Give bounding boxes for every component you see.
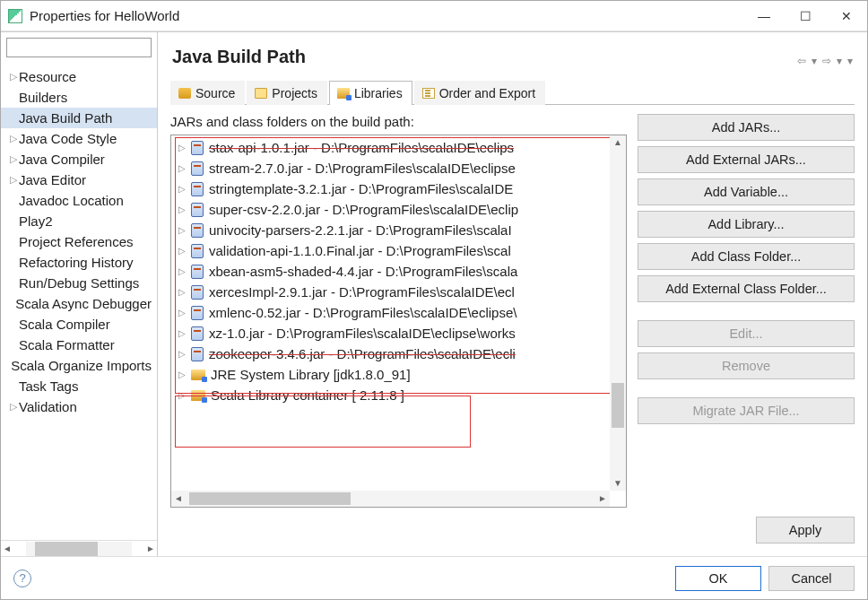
page-nav-arrows[interactable]: ⇦▾⇨▾▾ bbox=[795, 55, 855, 67]
jar-vscroll[interactable]: ▲▼ bbox=[610, 135, 626, 491]
ok-button[interactable]: OK bbox=[675, 566, 761, 591]
jar-item[interactable]: ▷xbean-asm5-shaded-4.4.jar - D:\ProgramF… bbox=[171, 261, 610, 282]
order-icon bbox=[422, 88, 435, 99]
jar-icon bbox=[191, 182, 204, 196]
jar-icon bbox=[191, 141, 204, 155]
tab[interactable]: Projects bbox=[247, 81, 327, 105]
sidebar-item[interactable]: Task Tags bbox=[1, 376, 157, 396]
jar-item[interactable]: ▷validation-api-1.1.0.Final.jar - D:\Pro… bbox=[171, 240, 610, 261]
sidebar-item[interactable]: ▷Java Compiler bbox=[1, 149, 157, 170]
add-class-folder-button[interactable]: Add Class Folder... bbox=[638, 243, 855, 270]
sidebar-item-label: Project References bbox=[19, 234, 134, 249]
app-icon bbox=[8, 9, 22, 23]
sidebar-item-label: Validation bbox=[19, 399, 77, 414]
jar-item[interactable]: ▷JRE System Library [jdk1.8.0_91] bbox=[171, 364, 610, 385]
tab-label: Projects bbox=[272, 86, 317, 100]
tab[interactable]: Source bbox=[170, 81, 245, 105]
jar-item[interactable]: ▷stream-2.7.0.jar - D:\ProgramFiles\scal… bbox=[171, 158, 610, 178]
sidebar-item[interactable]: ▷Java Editor bbox=[1, 170, 157, 190]
jar-item[interactable]: ▷univocity-parsers-2.2.1.jar - D:\Progra… bbox=[171, 220, 610, 240]
jar-item-label: xz-1.0.jar - D:\ProgramFiles\scalaIDE\ec… bbox=[209, 326, 516, 341]
sidebar-item[interactable]: Scala Organize Imports bbox=[1, 355, 157, 376]
sidebar-item[interactable]: Java Build Path bbox=[1, 108, 157, 128]
help-icon[interactable]: ? bbox=[13, 570, 31, 587]
tab-label: Order and Export bbox=[439, 86, 535, 100]
sidebar-item[interactable]: ▷Java Code Style bbox=[1, 128, 157, 149]
sidebar-item[interactable]: Project References bbox=[1, 231, 157, 252]
library-icon bbox=[191, 390, 205, 401]
list-label: JARs and class folders on the build path… bbox=[170, 114, 627, 129]
add-external-jars-button[interactable]: Add External JARs... bbox=[638, 146, 855, 173]
sidebar-item-label: Builders bbox=[19, 90, 67, 105]
jar-item[interactable]: ▷stax-api-1.0.1.jar - D:\ProgramFiles\sc… bbox=[171, 137, 610, 158]
page-title: Java Build Path bbox=[172, 47, 795, 67]
jar-icon bbox=[191, 203, 204, 217]
jar-hscroll[interactable]: ◄► bbox=[171, 491, 610, 507]
window-title: Properties for HelloWorld bbox=[30, 8, 179, 23]
remove-button[interactable]: Remove bbox=[638, 352, 855, 379]
jar-icon bbox=[191, 244, 204, 258]
sidebar-item[interactable]: Scala Compiler bbox=[1, 314, 157, 335]
jar-item-label: Scala Library container [ 2.11.8 ] bbox=[211, 387, 404, 403]
add-variable-button[interactable]: Add Variable... bbox=[638, 178, 855, 205]
tab[interactable]: Libraries bbox=[329, 81, 412, 105]
sidebar-item[interactable]: Play2 bbox=[1, 211, 157, 231]
sidebar-item-label: Resource bbox=[19, 69, 76, 84]
sidebar-item[interactable]: ▷Validation bbox=[1, 396, 157, 417]
edit-button[interactable]: Edit... bbox=[638, 320, 855, 347]
sidebar-item[interactable]: Scala Async Debugger bbox=[1, 293, 157, 314]
sidebar-item-label: Play2 bbox=[19, 213, 53, 229]
add-library-button[interactable]: Add Library... bbox=[638, 211, 855, 238]
sidebar-item-label: Refactoring History bbox=[19, 255, 134, 270]
add-external-class-folder-button[interactable]: Add External Class Folder... bbox=[638, 275, 855, 302]
sidebar-item[interactable]: Scala Formatter bbox=[1, 335, 157, 355]
sidebar-item[interactable]: Javadoc Location bbox=[1, 190, 157, 211]
tab-bar: SourceProjectsLibrariesOrder and Export bbox=[170, 80, 855, 105]
migrate-jar-button[interactable]: Migrate JAR File... bbox=[638, 397, 855, 424]
minimize-button[interactable]: — bbox=[743, 3, 785, 30]
jar-item[interactable]: ▷stringtemplate-3.2.1.jar - D:\ProgramFi… bbox=[171, 178, 610, 199]
sidebar-item-label: Scala Organize Imports bbox=[11, 358, 152, 373]
sidebar-item-label: Run/Debug Settings bbox=[19, 275, 139, 291]
jar-item-label: xbean-asm5-shaded-4.4.jar - D:\ProgramFi… bbox=[209, 264, 517, 279]
jar-item-label: super-csv-2.2.0.jar - D:\ProgramFiles\sc… bbox=[209, 202, 518, 217]
jar-item-label: zookeeper-3.4.6.jar - D:\ProgramFiles\sc… bbox=[209, 346, 516, 361]
category-tree[interactable]: ▷ResourceBuildersJava Build Path▷Java Co… bbox=[1, 63, 157, 540]
jar-item-label: stringtemplate-3.2.1.jar - D:\ProgramFil… bbox=[209, 181, 513, 196]
jar-item[interactable]: ▷xmlenc-0.52.jar - D:\ProgramFiles\scala… bbox=[171, 302, 610, 323]
jar-item-label: xercesImpl-2.9.1.jar - D:\ProgramFiles\s… bbox=[209, 284, 515, 300]
jar-item[interactable]: ▷Scala Library container [ 2.11.8 ] bbox=[171, 385, 610, 405]
sidebar-item[interactable]: Refactoring History bbox=[1, 252, 157, 273]
filter-input[interactable] bbox=[6, 38, 152, 57]
close-button[interactable]: ✕ bbox=[826, 3, 867, 30]
apply-button[interactable]: Apply bbox=[756, 517, 855, 543]
tab[interactable]: Order and Export bbox=[414, 81, 545, 105]
jar-item[interactable]: ▷xercesImpl-2.9.1.jar - D:\ProgramFiles\… bbox=[171, 282, 610, 302]
jar-item[interactable]: ▷super-csv-2.2.0.jar - D:\ProgramFiles\s… bbox=[171, 199, 610, 220]
sidebar-hscroll[interactable]: ◄ ► bbox=[1, 540, 157, 556]
tab-label: Source bbox=[195, 86, 235, 100]
sidebar-item[interactable]: ▷Resource bbox=[1, 66, 157, 87]
jar-item-label: univocity-parsers-2.2.1.jar - D:\Program… bbox=[209, 222, 512, 238]
jar-list[interactable]: ▷stax-api-1.0.1.jar - D:\ProgramFiles\sc… bbox=[170, 135, 627, 508]
maximize-button[interactable]: ☐ bbox=[785, 3, 826, 30]
jar-item-label: xmlenc-0.52.jar - D:\ProgramFiles\scalaI… bbox=[209, 305, 516, 320]
jar-item-label: JRE System Library [jdk1.8.0_91] bbox=[211, 367, 411, 382]
jar-icon bbox=[191, 223, 204, 238]
sidebar-item-label: Java Code Style bbox=[19, 131, 117, 146]
add-jars-button[interactable]: Add JARs... bbox=[638, 114, 855, 141]
jar-item-label: stream-2.7.0.jar - D:\ProgramFiles\scala… bbox=[209, 161, 516, 176]
jar-item[interactable]: ▷zookeeper-3.4.6.jar - D:\ProgramFiles\s… bbox=[171, 343, 610, 364]
jar-item[interactable]: ▷xz-1.0.jar - D:\ProgramFiles\scalaIDE\e… bbox=[171, 323, 610, 343]
projects-icon bbox=[255, 88, 267, 99]
jar-icon bbox=[191, 306, 204, 320]
jar-icon bbox=[191, 161, 204, 176]
sidebar-item[interactable]: Run/Debug Settings bbox=[1, 273, 157, 293]
sidebar-item-label: Task Tags bbox=[19, 378, 78, 394]
sidebar-item[interactable]: Builders bbox=[1, 87, 157, 108]
jar-item-label: validation-api-1.1.0.Final.jar - D:\Prog… bbox=[209, 243, 511, 258]
cancel-button[interactable]: Cancel bbox=[768, 566, 855, 591]
jar-item-label: stax-api-1.0.1.jar - D:\ProgramFiles\sca… bbox=[209, 140, 514, 155]
jar-icon bbox=[191, 265, 204, 279]
sidebar-item-label: Java Build Path bbox=[19, 110, 112, 126]
